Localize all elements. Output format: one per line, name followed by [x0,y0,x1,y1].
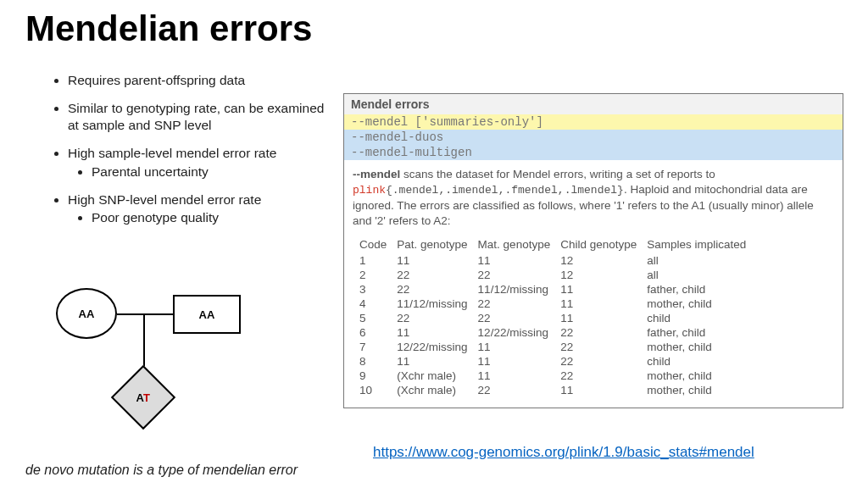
table-cell: 12 [560,268,647,282]
table-cell: 11 [397,253,477,268]
table-cell: mother, child [647,297,756,311]
table-cell: all [647,253,756,268]
table-row: 9(Xchr male)1122mother, child [359,369,756,383]
table-cell: 6 [359,325,397,340]
table-row: 61112/22/missing22father, child [359,325,756,340]
table-cell: all [647,268,756,282]
table-cell: 11 [478,253,561,268]
documentation-panel: Mendel errors --mendel ['summaries-only'… [343,93,843,408]
pedigree-connector [117,313,173,315]
bullet-sub-item: Parental uncertainty [92,164,331,180]
table-cell: 11 [478,369,561,383]
table-cell: mother, child [647,383,756,397]
table-cell: 11 [478,354,561,369]
table-cell: 8 [359,354,397,369]
bullet-item: High sample-level mendel error rate Pare… [68,145,331,180]
table-cell: 10 [359,383,397,397]
footnote: de novo mutation is a type of mendelian … [25,463,298,478]
col-samples: Samples implicated [647,237,756,253]
table-cell: 1 [359,253,397,268]
table-cell: 22 [397,311,477,325]
table-cell: 11/12/missing [397,297,477,311]
table-cell: 11 [560,297,647,311]
source-link[interactable]: https://www.cog-genomics.org/plink/1.9/b… [373,444,754,461]
table-cell: 7 [359,340,397,354]
table-row: 10(Xchr male)2211mother, child [359,383,756,397]
doc-header: Mendel errors [344,94,843,114]
pedigree-connector [143,313,145,373]
table-row: 2222212all [359,268,756,282]
bullet-list-container: Requires parent-offspring data Similar t… [51,72,331,238]
col-pat: Pat. genotype [397,237,477,253]
table-cell: 5 [359,311,397,325]
table-row: 32211/12/missing11father, child [359,282,756,297]
table-cell: father, child [647,325,756,340]
table-row: 8111122child [359,354,756,369]
table-cell: 4 [359,297,397,311]
doc-description: --mendel scans the dataset for Mendel er… [344,160,843,232]
table-cell: 9 [359,369,397,383]
table-cell: 22 [397,268,477,282]
table-row: 5222211child [359,311,756,325]
code-line: --mendel ['summaries-only'] [344,114,843,130]
table-cell: mother, child [647,340,756,354]
col-child: Child genotype [560,237,647,253]
table-cell: 22 [397,282,477,297]
col-code: Code [359,237,397,253]
table-cell: 3 [359,282,397,297]
pedigree-diagram: AA AA AT [47,280,268,441]
bullet-item: Similar to genotyping rate, can be exami… [68,100,331,133]
table-cell: mother, child [647,369,756,383]
table-cell: 12/22/missing [478,325,561,340]
bullet-item: High SNP-level mendel error rate Poor ge… [68,191,331,226]
table-cell: 12 [560,253,647,268]
bullet-sub-item: Poor genotype quality [92,209,331,225]
slide-title: Mendelian errors [25,8,312,49]
error-code-table: Code Pat. genotype Mat. genotype Child g… [359,237,756,397]
table-cell: 22 [560,340,647,354]
table-cell: (Xchr male) [397,369,477,383]
pedigree-mother: AA [56,288,117,339]
pedigree-child: AT [111,365,175,430]
table-cell: 22 [560,369,647,383]
table-cell: 11 [397,325,477,340]
table-row: 411/12/missing2211mother, child [359,297,756,311]
table-row: 712/22/missing1122mother, child [359,340,756,354]
table-cell: 2 [359,268,397,282]
table-row: 1111112all [359,253,756,268]
table-cell: 22 [478,297,561,311]
table-cell: 11/12/missing [478,282,561,297]
table-cell: child [647,354,756,369]
table-cell: 11 [560,282,647,297]
table-cell: father, child [647,282,756,297]
table-cell: 11 [478,340,561,354]
code-line: --mendel-duos [344,130,843,145]
table-cell: 22 [560,354,647,369]
table-cell: 11 [397,354,477,369]
table-cell: 11 [560,311,647,325]
table-cell: 11 [560,383,647,397]
col-mat: Mat. genotype [478,237,561,253]
table-cell: 12/22/missing [397,340,477,354]
bullet-item: Requires parent-offspring data [68,72,331,88]
code-line: --mendel-multigen [344,145,843,160]
table-cell: child [647,311,756,325]
table-cell: 22 [478,383,561,397]
table-cell: 22 [478,311,561,325]
table-cell: 22 [478,268,561,282]
pedigree-father: AA [173,295,241,334]
table-cell: (Xchr male) [397,383,477,397]
table-cell: 22 [560,325,647,340]
